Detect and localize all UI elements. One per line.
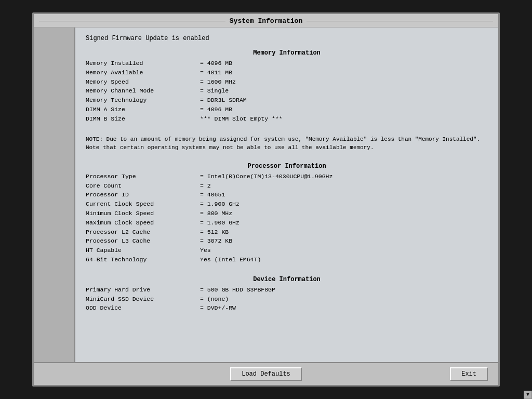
row-value: Yes (Intel EM64T): [200, 255, 261, 264]
row-value: = 40651: [200, 190, 225, 200]
system-information-screen: System Information Signed Firmware Updat…: [32, 12, 500, 387]
row-label: Memory Speed: [86, 77, 200, 87]
row-label: Processor L2 Cache: [86, 228, 200, 237]
table-row: Primary Hard Drive= 500 GB HDD S3PBF8GP: [86, 285, 488, 295]
row-label: Maximum Clock Speed: [86, 218, 200, 228]
row-value: = Intel(R)Core(TM)i3-4030UCPU@1.90GHz: [200, 172, 332, 181]
row-value: = 800 MHz: [200, 209, 232, 218]
row-label: 64-Bit Technology: [86, 255, 200, 264]
row-value: = 1.900 GHz: [200, 218, 240, 228]
table-row: ODD Device= DVD+/-RW: [86, 303, 488, 313]
table-row: Processor L2 Cache= 512 KB: [86, 228, 488, 237]
row-label: Memory Installed: [86, 59, 200, 68]
row-value: = DDR3L SDRAM: [200, 96, 247, 105]
processor-table: Processor Type= Intel(R)Core(TM)i3-4030U…: [86, 172, 488, 264]
table-row: HT CapableYes: [86, 246, 488, 255]
main-content: Signed Firmware Update is enabled Memory…: [34, 28, 498, 362]
processor-section-title: Processor Information: [86, 163, 488, 170]
row-label: HT Capable: [86, 246, 200, 255]
table-row: Maximum Clock Speed= 1.900 GHz: [86, 218, 488, 228]
row-value: = 4096 MB: [200, 105, 232, 114]
row-value: = 1600 MHz: [200, 77, 236, 87]
title-bar: System Information: [34, 14, 498, 28]
table-row: Processor Type= Intel(R)Core(TM)i3-4030U…: [86, 172, 488, 181]
row-value: = 1.900 GHz: [200, 200, 240, 209]
row-label: Processor L3 Cache: [86, 236, 200, 246]
row-value: = 500 GB HDD S3PBF8GP: [200, 285, 275, 295]
row-label: DIMM B Size: [86, 114, 200, 124]
row-label: Current Clock Speed: [86, 200, 200, 209]
table-row: DIMM A Size= 4096 MB: [86, 105, 488, 114]
firmware-notice: Signed Firmware Update is enabled: [86, 35, 488, 42]
row-label: Memory Technology: [86, 96, 200, 105]
table-row: Memory Technology= DDR3L SDRAM: [86, 96, 488, 105]
table-row: MiniCard SSD Device= (none): [86, 295, 488, 304]
divider: [86, 158, 488, 163]
table-row: Processor ID= 40651: [86, 190, 488, 200]
row-label: DIMM A Size: [86, 105, 200, 114]
row-label: MiniCard SSD Device: [86, 295, 200, 304]
device-section-title: Device Information: [86, 276, 488, 283]
title-line-left: [39, 21, 225, 21]
table-row: Minimum Clock Speed= 800 MHz: [86, 209, 488, 218]
table-row: Memory Installed= 4096 MB: [86, 59, 488, 68]
load-defaults-button[interactable]: Load Defaults: [230, 367, 302, 381]
row-label: Memory Available: [86, 68, 200, 77]
table-row: Memory Speed= 1600 MHz: [86, 77, 488, 87]
processor-section: Processor Information Processor Type= In…: [86, 163, 488, 264]
row-label: Processor Type: [86, 172, 200, 181]
table-row: Core Count= 2: [86, 181, 488, 191]
table-row: 64-Bit TechnologyYes (Intel EM64T): [86, 255, 488, 264]
device-table: Primary Hard Drive= 500 GB HDD S3PBF8GPM…: [86, 285, 488, 313]
window-title: System Information: [230, 17, 302, 25]
memory-section-title: Memory Information: [86, 49, 488, 57]
exit-button[interactable]: Exit: [450, 367, 488, 381]
memory-note: NOTE: Due to an amount of memory being a…: [86, 135, 488, 152]
row-value: = 4096 MB: [200, 59, 232, 68]
table-row: Processor L3 Cache= 3072 KB: [86, 236, 488, 246]
row-label: Primary Hard Drive: [86, 285, 200, 295]
row-value: = (none): [200, 295, 229, 304]
table-row: Memory Available= 4011 MB: [86, 68, 488, 77]
row-value: = 2: [200, 181, 211, 191]
table-row: Memory Channel Mode= Single: [86, 86, 488, 96]
title-line-right: [307, 21, 493, 21]
row-label: Minimum Clock Speed: [86, 209, 200, 218]
table-row: DIMM B Size*** DIMM Slot Empty ***: [86, 114, 488, 124]
memory-table: Memory Installed= 4096 MBMemory Availabl…: [86, 59, 488, 124]
bottom-bar: Load Defaults Exit: [34, 362, 498, 385]
row-value: = DVD+/-RW: [200, 303, 236, 313]
row-value: = 3072 KB: [200, 236, 232, 246]
row-label: Memory Channel Mode: [86, 86, 200, 96]
sidebar: [34, 28, 75, 362]
device-section: Device Information Primary Hard Drive= 5…: [86, 276, 488, 313]
row-value: = Single: [200, 86, 229, 96]
divider2: [86, 272, 488, 276]
content-area: Signed Firmware Update is enabled Memory…: [75, 28, 498, 362]
row-value: = 4011 MB: [200, 68, 232, 77]
row-value: Yes: [200, 246, 211, 255]
table-row: Current Clock Speed= 1.900 GHz: [86, 200, 488, 209]
row-value: *** DIMM Slot Empty ***: [200, 114, 283, 124]
row-value: = 512 KB: [200, 228, 229, 237]
row-label: ODD Device: [86, 303, 200, 313]
row-label: Processor ID: [86, 190, 200, 200]
memory-section: Memory Information Memory Installed= 409…: [86, 49, 488, 124]
row-label: Core Count: [86, 181, 200, 191]
